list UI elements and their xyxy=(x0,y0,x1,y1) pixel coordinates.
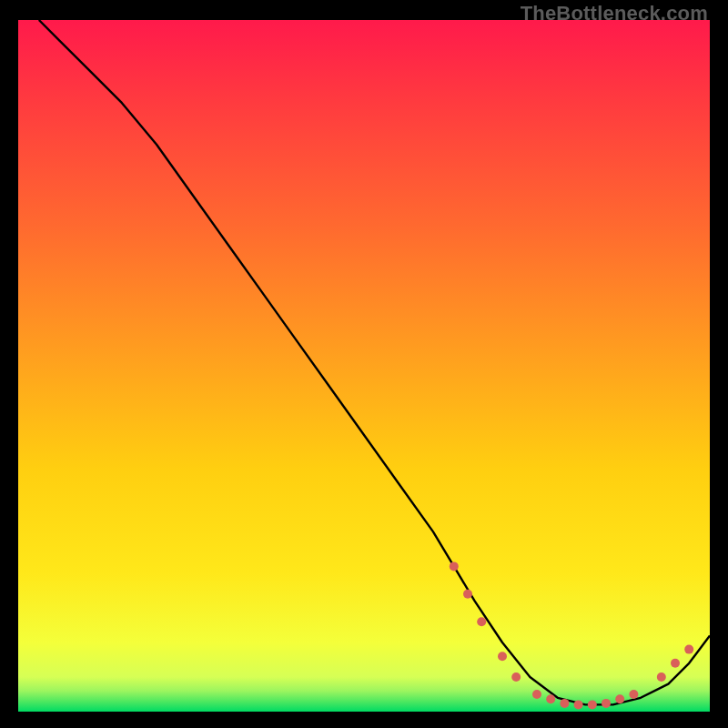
marker-dot xyxy=(657,672,666,682)
chart-frame xyxy=(18,20,710,712)
marker-dot xyxy=(511,672,521,682)
chart-svg xyxy=(18,20,710,712)
marker-dot xyxy=(546,694,555,703)
marker-dot xyxy=(671,659,680,668)
marker-dot xyxy=(463,590,472,599)
marker-dot xyxy=(560,699,569,708)
gradient-background xyxy=(18,20,710,712)
marker-dot xyxy=(477,617,486,626)
marker-dot xyxy=(498,652,507,661)
marker-dot xyxy=(684,645,693,654)
marker-dot xyxy=(629,690,638,699)
marker-dot xyxy=(615,694,624,703)
marker-dot xyxy=(450,561,459,571)
marker-dot xyxy=(602,699,611,708)
marker-dot xyxy=(532,690,541,699)
marker-dot xyxy=(588,700,597,709)
marker-dot xyxy=(574,700,583,709)
